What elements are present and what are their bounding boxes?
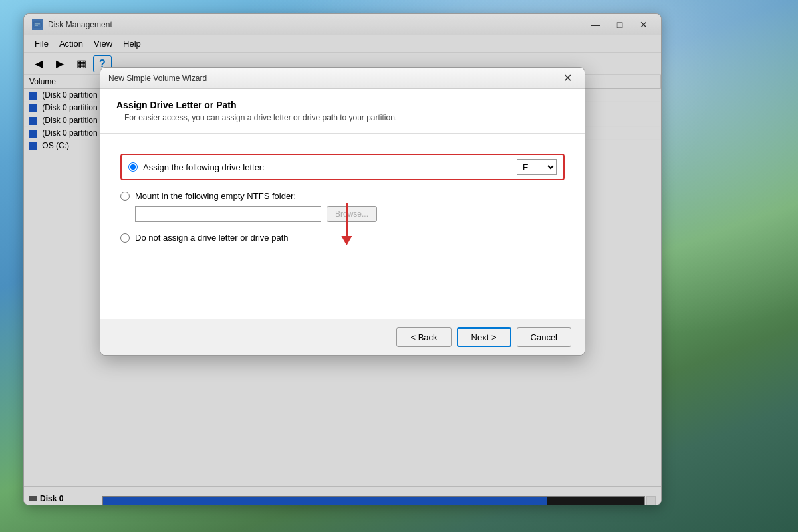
- dialog-header-subtitle: For easier access, you can assign a driv…: [124, 113, 569, 122]
- arrow-head: [341, 236, 352, 245]
- ntfs-folder-input[interactable]: [135, 206, 321, 222]
- mount-ntfs-radio[interactable]: [120, 192, 130, 201]
- mount-ntfs-radio-row: Mount in the following empty NTFS folder…: [120, 191, 565, 201]
- disk-management-window: Disk Management — □ ✕ File Action View H…: [23, 13, 662, 505]
- assign-letter-option: Assign the following drive letter: E F G…: [120, 154, 565, 180]
- dialog-header: Assign Drive Letter or Path For easier a…: [100, 89, 585, 134]
- no-assign-radio[interactable]: [120, 233, 130, 243]
- drive-letter-select-container: E F G H: [517, 159, 557, 175]
- no-assign-label: Do not assign a drive letter or drive pa…: [135, 233, 289, 243]
- assign-letter-label: Assign the following drive letter:: [143, 162, 265, 172]
- modal-overlay: New Simple Volume Wizard ✕ Assign Drive …: [24, 14, 661, 505]
- dialog: New Simple Volume Wizard ✕ Assign Drive …: [100, 67, 585, 356]
- mount-ntfs-label: Mount in the following empty NTFS folder…: [135, 191, 296, 201]
- dialog-title: New Simple Volume Wizard: [108, 74, 558, 83]
- dialog-close-button[interactable]: ✕: [558, 71, 577, 86]
- dialog-body: Assign the following drive letter: E F G…: [100, 134, 585, 319]
- drive-letter-dropdown[interactable]: E F G H: [517, 159, 557, 175]
- dialog-title-bar: New Simple Volume Wizard ✕: [100, 68, 585, 89]
- dialog-header-title: Assign Drive Letter or Path: [116, 100, 569, 110]
- cancel-button[interactable]: Cancel: [517, 327, 571, 347]
- back-button[interactable]: < Back: [396, 327, 451, 347]
- red-arrow: [341, 203, 352, 245]
- dialog-footer: < Back Next > Cancel: [100, 319, 585, 355]
- desktop: Disk Management — □ ✕ File Action View H…: [0, 0, 798, 532]
- assign-letter-radio[interactable]: [128, 162, 138, 172]
- arrow-line: [346, 203, 348, 236]
- next-button[interactable]: Next >: [457, 327, 511, 347]
